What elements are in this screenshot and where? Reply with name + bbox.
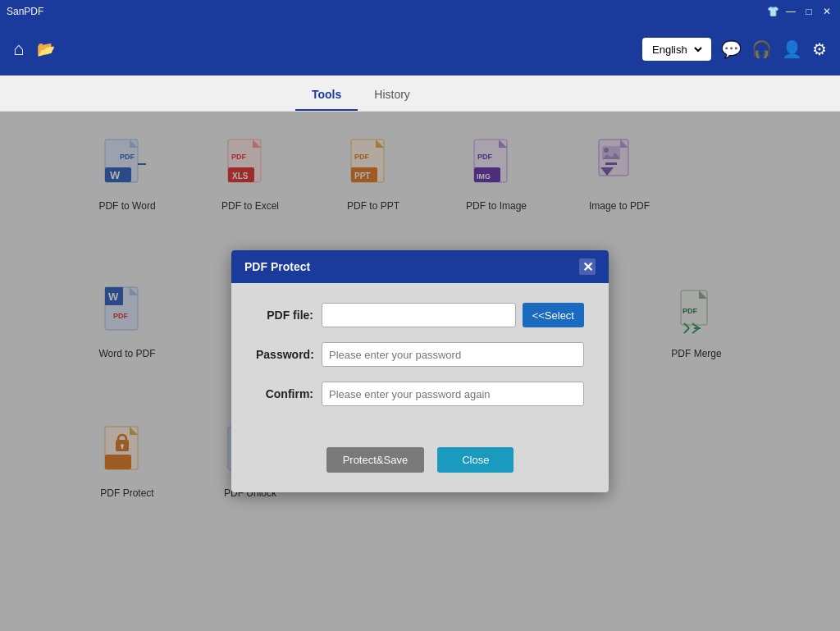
header-right: English Chinese French German Spanish 💬 …	[642, 38, 827, 61]
dialog-body: PDF file: <<Select Password: Confirm:	[231, 283, 609, 441]
app-title: SanPDF	[7, 6, 43, 17]
headset-icon[interactable]: 🎧	[751, 39, 772, 59]
language-selector[interactable]: English Chinese French German Spanish	[642, 38, 711, 61]
protect-save-button[interactable]: Protect&Save	[326, 447, 425, 473]
dialog-close-button[interactable]: ✕	[579, 258, 596, 275]
tab-tools[interactable]: Tools	[295, 80, 358, 111]
chat-icon[interactable]: 💬	[721, 39, 742, 59]
pdf-file-input-group: <<Select	[322, 303, 584, 327]
password-row: Password:	[256, 342, 584, 367]
minimize-button[interactable]: —	[784, 5, 797, 18]
maximize-button[interactable]: □	[802, 5, 815, 18]
pdf-file-row: PDF file: <<Select	[256, 303, 584, 327]
home-icon[interactable]: ⌂	[13, 39, 24, 60]
pdf-file-input[interactable]	[322, 303, 516, 327]
close-dialog-button[interactable]: Close	[437, 447, 514, 473]
folder-icon[interactable]: 📂	[37, 40, 55, 58]
window-controls: 👕 — □ ✕	[766, 5, 833, 18]
language-dropdown[interactable]: English Chinese French German Spanish	[649, 43, 705, 57]
tabbar: Tools History	[0, 75, 840, 112]
dialog-footer: Protect&Save Close	[231, 441, 609, 492]
password-label: Password:	[256, 348, 322, 361]
select-button[interactable]: <<Select	[523, 303, 584, 327]
main-content: W PDF PDF to Word XLS PDF PDF to Excel	[0, 112, 840, 631]
close-window-button[interactable]: ✕	[820, 5, 833, 18]
titlebar: SanPDF 👕 — □ ✕	[0, 0, 840, 23]
shirt-icon: 👕	[766, 5, 779, 18]
user-icon[interactable]: 👤	[782, 39, 802, 59]
settings-icon[interactable]: ⚙	[812, 39, 827, 59]
dialog-titlebar: PDF Protect ✕	[231, 250, 609, 283]
header: ⌂ 📂 English Chinese French German Spanis…	[0, 23, 840, 75]
confirm-label: Confirm:	[256, 387, 322, 400]
dialog-title-text: PDF Protect	[244, 260, 310, 273]
confirm-row: Confirm:	[256, 382, 584, 406]
tab-history[interactable]: History	[358, 80, 427, 111]
dialog-overlay: PDF Protect ✕ PDF file: <<Select Passwor…	[0, 112, 840, 631]
password-input[interactable]	[322, 342, 584, 367]
confirm-input[interactable]	[322, 382, 584, 406]
pdf-protect-dialog: PDF Protect ✕ PDF file: <<Select Passwor…	[231, 250, 609, 492]
header-left: ⌂ 📂	[13, 39, 55, 60]
pdf-file-label: PDF file:	[256, 309, 322, 322]
